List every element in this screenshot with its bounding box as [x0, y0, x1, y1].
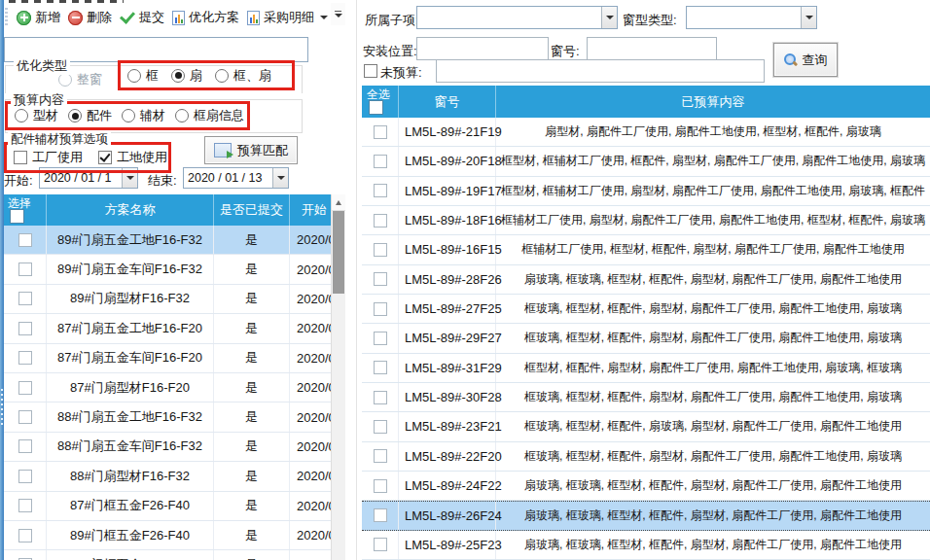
row-checkbox[interactable] [18, 292, 32, 305]
row-checkbox[interactable] [18, 322, 32, 335]
budget-table-row[interactable]: LM5L-89#-30F28框玻璃, 框型材, 框配件, 扇型材, 扇配件工厂使… [362, 383, 930, 412]
row-checkbox[interactable] [374, 155, 387, 168]
date-dropdown-button[interactable] [272, 168, 288, 188]
row-select-cell [4, 402, 47, 431]
no-budget-input[interactable] [436, 59, 765, 83]
window-no-input[interactable] [587, 37, 717, 60]
row-checkbox[interactable] [18, 381, 32, 395]
budget-match-button[interactable]: 预算匹配 [204, 136, 298, 164]
row-checkbox[interactable] [374, 361, 387, 374]
plan-table-row[interactable]: 88#门扇型材F16-F32是2020/0 [4, 462, 331, 491]
row-checkbox[interactable] [374, 420, 387, 434]
query-button[interactable]: 查询 [773, 43, 838, 77]
plan-table-row[interactable]: 87#门扇五金车间F16-F20是2020/0 [4, 344, 331, 373]
radio-auxiliary[interactable]: 辅材 [122, 107, 165, 124]
budget-table-row[interactable]: LM5L-89#-27F25框玻璃, 框型材, 框配件, 扇型材, 扇配件工厂使… [362, 295, 930, 324]
row-checkbox[interactable] [18, 351, 32, 365]
row-checkbox[interactable] [18, 499, 32, 512]
purchase-detail-button[interactable]: 采购明细 [243, 7, 332, 28]
budget-table-row[interactable]: LM5L-89#-20F18框型材, 框辅材工厂使用, 框配件, 扇型材, 扇配… [362, 147, 930, 176]
budget-table-row[interactable]: LM5L-89#-16F15框辅材工厂使用, 框型材, 框配件, 扇型材, 扇配… [362, 235, 930, 264]
select-all-column-header[interactable]: 全选 [362, 86, 399, 118]
optimize-plan-button[interactable]: 优化方案 [168, 7, 243, 28]
date-end-picker[interactable]: 2020 / 01 / 13 [183, 167, 289, 189]
radio-accessory[interactable]: 配件 [68, 107, 112, 124]
budget-table-row[interactable]: LM5L-89#-28F26扇玻璃, 框玻璃, 框型材, 框配件, 扇型材, 扇… [362, 265, 930, 295]
checkbox-site-use[interactable]: 工地使用 [98, 149, 167, 166]
combo-dropdown-button[interactable] [801, 7, 816, 28]
delete-button[interactable]: 删除 [64, 7, 116, 28]
budget-table-row[interactable]: LM5L-89#-24F22扇玻璃, 框玻璃, 框型材, 框配件, 扇型材, 扇… [362, 472, 930, 501]
plan-name-column-header[interactable]: 方案名称 [47, 194, 214, 226]
budgeted-content-column-header[interactable]: 已预算内容 [496, 86, 930, 118]
panel-divider[interactable] [356, 0, 357, 560]
radio-sash[interactable]: 扇 [171, 67, 202, 85]
row-select-cell [362, 502, 399, 529]
select-all-checkbox[interactable] [10, 209, 24, 224]
row-checkbox[interactable] [374, 391, 387, 404]
no-budget-checkbox[interactable] [364, 64, 377, 78]
add-button[interactable]: 新增 [13, 7, 64, 28]
toolbar-grip[interactable] [5, 8, 8, 27]
plan-table-row[interactable]: 87#门框五金F26-F40是2020/0 [4, 492, 331, 521]
window-no-column-header[interactable]: 窗号 [399, 86, 496, 118]
plan-table-row[interactable]: 87#门扇型材F16-F20是2020/0 [4, 373, 331, 402]
select-all-checkbox[interactable] [369, 100, 383, 115]
radio-frame-sash-info[interactable]: 框扇信息 [175, 107, 244, 124]
plan-table-row[interactable]: 88#门扇五金车间F16-F32是2020/0 [4, 433, 331, 462]
row-checkbox[interactable] [374, 332, 387, 345]
splitter-grip[interactable] [1, 389, 3, 428]
row-checkbox[interactable] [374, 272, 387, 286]
row-checkbox[interactable] [374, 214, 387, 228]
select-column-header[interactable]: 选择 [4, 194, 47, 226]
plan-table-row[interactable]: 88#门框五金F21-F40是2020/0 [4, 550, 331, 560]
checkbox-label: 工厂使用 [32, 149, 83, 166]
row-checkbox[interactable] [374, 508, 387, 522]
row-checkbox[interactable] [374, 184, 387, 197]
row-checkbox[interactable] [18, 439, 32, 453]
row-checkbox[interactable] [18, 529, 32, 542]
combo-dropdown-button[interactable] [601, 7, 617, 28]
budget-table-row[interactable]: LM5L-89#-25F23扇玻璃, 框玻璃, 框型材, 框配件, 扇型材, 扇… [362, 531, 930, 560]
row-checkbox[interactable] [18, 262, 32, 276]
plan-table-row[interactable]: 89#门框五金F26-F40是2020/0 [4, 521, 331, 550]
plan-table-row[interactable]: 87#门扇五金工地F16-F20是2020/0 [4, 314, 331, 343]
budget-table-row[interactable]: LM5L-89#-31F29框型材, 框配件, 扇型材, 扇配件工厂使用, 扇配… [362, 354, 930, 383]
radio-profile[interactable]: 型材 [15, 107, 58, 124]
row-checkbox[interactable] [374, 243, 387, 257]
radio-frame[interactable]: 框 [127, 67, 159, 85]
plan-table-row[interactable]: 88#门扇五金工地F16-F32是2020/0 [4, 402, 331, 432]
plan-table-row[interactable]: 89#门扇型材F16-F32是2020/0 [4, 285, 331, 314]
budget-table-row[interactable]: LM5L-89#-21F19扇型材, 扇配件工厂使用, 扇配件工地使用, 框型材… [362, 118, 930, 147]
toolbar-overflow-button[interactable] [331, 3, 345, 25]
budget-table-row[interactable]: LM5L-89#-18F16框辅材工厂使用, 扇型材, 扇配件工厂使用, 扇配件… [362, 206, 930, 235]
checkbox-factory-use[interactable]: 工厂使用 [14, 149, 83, 166]
submitted-column-header[interactable]: 是否已提交 [214, 194, 290, 226]
start-column-header[interactable]: 开始 [290, 194, 331, 226]
row-checkbox[interactable] [374, 125, 387, 139]
row-checkbox[interactable] [374, 479, 387, 493]
radio-frame-sash[interactable]: 框、扇 [215, 67, 271, 85]
plans-table-scrollbar[interactable] [331, 194, 345, 560]
budget-table-row[interactable]: LM5L-89#-29F27框玻璃, 框型材, 框配件, 扇型材, 扇配件工厂使… [362, 324, 930, 353]
window-type-combobox[interactable] [686, 6, 817, 29]
submit-button[interactable]: 提交 [116, 7, 168, 28]
row-checkbox[interactable] [374, 538, 387, 551]
row-checkbox[interactable] [18, 233, 32, 247]
scrollbar-thumb[interactable] [333, 211, 344, 294]
budget-table-row[interactable]: LM5L-89#-23F21框玻璃, 框型材, 框配件, 扇玻璃, 扇型材, 扇… [362, 412, 930, 441]
sub-item-combobox[interactable] [416, 6, 618, 29]
plan-name-cell: 88#门框五金F21-F40 [47, 550, 214, 560]
budget-table-row[interactable]: LM5L-89#-19F17框型材, 框辅材工厂使用, 扇型材, 扇配件工厂使用… [362, 177, 930, 206]
row-checkbox[interactable] [374, 302, 387, 316]
row-checkbox[interactable] [374, 449, 387, 463]
budget-table-row[interactable]: LM5L-89#-22F20框玻璃, 框型材, 框配件, 扇型材, 扇配件工厂使… [362, 442, 930, 472]
install-position-input[interactable] [416, 37, 549, 60]
scroll-up-button[interactable] [332, 194, 345, 211]
opt-type-highlight-box: 框 扇 框、扇 [118, 60, 295, 90]
plan-table-row[interactable]: 89#门扇五金车间F16-F32是2020/0 [4, 255, 331, 284]
row-checkbox[interactable] [18, 470, 32, 483]
budget-table-row[interactable]: LM5L-89#-26F24扇玻璃, 框玻璃, 框型材, 框配件, 扇型材, 扇… [362, 501, 930, 530]
row-checkbox[interactable] [18, 410, 32, 424]
plan-table-row[interactable]: 89#门扇五金工地F16-F32是2020/0 [4, 226, 331, 255]
